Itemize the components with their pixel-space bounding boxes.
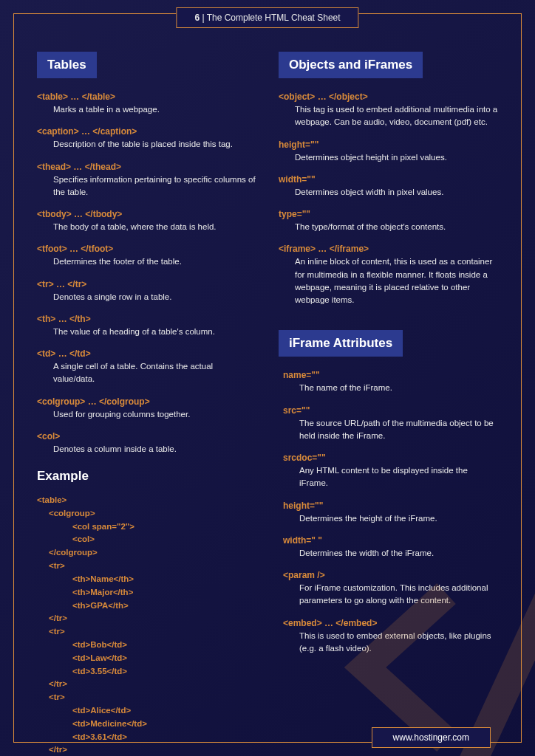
entry-tag: <th> … </th> [37, 314, 256, 324]
reference-entry: <tr> … </tr>Denotes a single row in a ta… [37, 279, 256, 303]
entry-tag: height="" [279, 140, 498, 150]
entry-description: Determines the footer of the table. [37, 255, 256, 268]
reference-entry: height=""Determines the height of the iF… [283, 501, 498, 525]
page-title: The Complete HTML Cheat Sheet [207, 13, 341, 23]
code-line: <table> [37, 494, 256, 507]
entry-description: Denotes a column inside a table. [37, 443, 256, 456]
code-line: <col> [37, 533, 256, 546]
reference-entry: <object> … </object>This tag is used to … [279, 92, 498, 129]
left-column: Tables <table> … </table>Marks a table i… [37, 52, 256, 756]
reference-entry: srcdoc=""Any HTML content to be displaye… [283, 453, 498, 490]
code-line: <tr> [37, 625, 256, 639]
objects-entries: <object> … </object>This tag is used to … [279, 92, 498, 306]
entry-description: Determines the width of the iFrame. [283, 547, 498, 560]
entry-tag: <tbody> … </tbody> [37, 209, 256, 219]
entry-tag: <object> … </object> [279, 92, 498, 102]
entry-description: Denotes a single row in a table. [37, 291, 256, 303]
section-iframe-attrs-title: iFrame Attributes [279, 330, 403, 357]
code-line: <tr> [37, 691, 256, 704]
reference-entry: width=" "Determines the width of the iFr… [283, 535, 498, 560]
reference-entry: height=""Determines object height in pix… [279, 140, 498, 164]
entry-tag: <embed> … </embed> [283, 618, 498, 628]
reference-entry: <param />For iFrame customization. This … [283, 570, 498, 608]
reference-entry: <embed> … </embed>This is used to embed … [283, 618, 498, 656]
entry-tag: <iframe> … </iframe> [279, 244, 498, 254]
entry-description: Used for grouping columns together. [37, 408, 256, 421]
code-line: <td>Bob</td> [37, 639, 256, 652]
entry-tag: <col> [37, 431, 256, 441]
entry-tag: type="" [279, 209, 498, 219]
reference-entry: name=""The name of the iFrame. [283, 370, 498, 394]
code-line: <th>GPA</th> [37, 599, 256, 613]
entry-tag: width=" " [283, 535, 498, 546]
code-line: </tr> [37, 743, 256, 756]
entry-description: This is used to embed external objects, … [283, 630, 498, 656]
example-code-block: <table> <colgroup> <col span="2"> <col> … [37, 494, 256, 756]
entry-tag: <td> … </td> [37, 348, 256, 359]
code-line: <tr> [37, 560, 256, 573]
section-tables-title: Tables [37, 52, 97, 78]
entry-description: An inline block of content, this is used… [279, 255, 498, 306]
entry-description: A single cell of a table. Contains the a… [37, 360, 256, 386]
reference-entry: <iframe> … </iframe>An inline block of c… [279, 244, 498, 306]
entry-description: Determines the height of the iFrame. [283, 512, 498, 525]
reference-entry: <th> … </th>The value of a heading of a … [37, 314, 256, 338]
entry-tag: <caption> … </caption> [37, 126, 256, 137]
reference-entry: <thead> … </thead>Specifies information … [37, 162, 256, 199]
entry-tag: <table> … </table> [37, 92, 256, 102]
entry-description: Specifies information pertaining to spec… [37, 173, 256, 199]
entry-tag: <tr> … </tr> [37, 279, 256, 289]
entry-tag: width="" [279, 174, 498, 185]
example-heading: Example [37, 469, 256, 484]
entry-description: The body of a table, where the data is h… [37, 221, 256, 233]
entry-tag: <thead> … </thead> [37, 162, 256, 172]
code-line: <td>Alice</td> [37, 704, 256, 718]
entry-description: Any HTML content to be displayed inside … [283, 464, 498, 490]
code-line: <th>Major</th> [37, 586, 256, 599]
tables-entries: <table> … </table>Marks a table in a web… [37, 92, 256, 456]
code-line: <td>3.61</td> [37, 731, 256, 744]
footer-url: www.hostinger.com [372, 727, 491, 748]
entry-tag: <colgroup> … </colgroup> [37, 396, 256, 407]
reference-entry: <col>Denotes a column inside a table. [37, 431, 256, 456]
entry-description: Marks a table in a webpage. [37, 103, 256, 116]
entry-description: Description of the table is placed insid… [37, 138, 256, 151]
entry-tag: <param /> [283, 570, 498, 580]
entry-description: The value of a heading of a table's colu… [37, 326, 256, 338]
entry-tag: height="" [283, 501, 498, 511]
entry-description: Determines object height in pixel values… [279, 151, 498, 164]
entry-description: For iFrame customization. This includes … [283, 582, 498, 608]
code-line: <td>3.55</td> [37, 665, 256, 678]
page-header: 6 | The Complete HTML Cheat Sheet [176, 7, 358, 28]
code-line: <th>Name</th> [37, 573, 256, 586]
entry-tag: name="" [283, 370, 498, 380]
reference-entry: <td> … </td>A single cell of a table. Co… [37, 348, 256, 386]
right-column: Objects and iFrames <object> … </object>… [279, 52, 498, 756]
code-line: <colgroup> [37, 507, 256, 520]
reference-entry: type=""The type/format of the object's c… [279, 209, 498, 233]
code-line: <col span="2"> [37, 520, 256, 534]
reference-entry: <table> … </table>Marks a table in a web… [37, 92, 256, 116]
entry-tag: src="" [283, 405, 498, 416]
page-number: 6 [194, 13, 200, 23]
code-line: <td>Law</td> [37, 652, 256, 665]
entry-description: The source URL/path of the multimedia ob… [283, 417, 498, 443]
code-line: </colgroup> [37, 546, 256, 560]
entry-description: The name of the iFrame. [283, 382, 498, 394]
entry-description: Determines object width in pixel values. [279, 186, 498, 199]
reference-entry: src=""The source URL/path of the multime… [283, 405, 498, 443]
reference-entry: <tbody> … </tbody>The body of a table, w… [37, 209, 256, 233]
iframe-attrs-entries: name=""The name of the iFrame.src=""The … [279, 370, 498, 655]
entry-tag: srcdoc="" [283, 453, 498, 463]
code-line: </tr> [37, 612, 256, 625]
reference-entry: <caption> … </caption>Description of the… [37, 126, 256, 151]
code-line: <td>Medicine</td> [37, 718, 256, 731]
entry-description: The type/format of the object's contents… [279, 221, 498, 233]
reference-entry: <tfoot> … </tfoot>Determines the footer … [37, 244, 256, 268]
main-content: Tables <table> … </table>Marks a table i… [0, 0, 535, 756]
reference-entry: width=""Determines object width in pixel… [279, 174, 498, 199]
section-objects-title: Objects and iFrames [279, 52, 423, 78]
entry-description: This tag is used to embed additional mul… [279, 103, 498, 129]
code-line: </tr> [37, 678, 256, 691]
reference-entry: <colgroup> … </colgroup>Used for groupin… [37, 396, 256, 421]
